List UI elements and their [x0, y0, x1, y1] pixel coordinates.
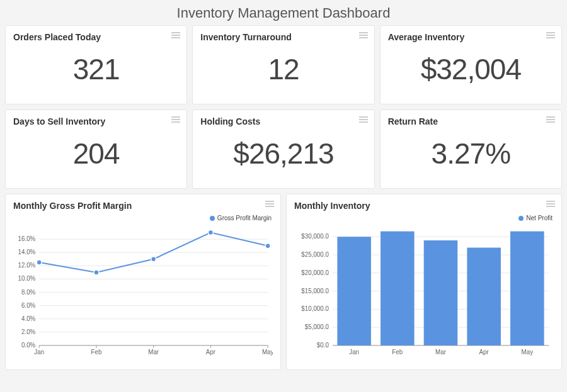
- kpi-label: Average Inventory: [388, 32, 554, 42]
- svg-text:Apr: Apr: [479, 349, 490, 356]
- chart-title: Monthly Gross Profit Margin: [13, 201, 273, 211]
- kpi-days-to-sell: Days to Sell Inventory 204: [5, 109, 187, 189]
- hamburger-icon[interactable]: [546, 32, 555, 38]
- svg-text:$25,000.0: $25,000.0: [301, 251, 329, 258]
- hamburger-icon[interactable]: [359, 32, 368, 38]
- svg-point-30: [94, 270, 99, 275]
- page-title: Inventory Management Dashboard: [0, 0, 567, 25]
- bar-chart: $0.0$5,000.0$10,000.0$15,000.0$20,000.0$…: [294, 213, 554, 358]
- svg-text:6.0%: 6.0%: [21, 302, 36, 309]
- svg-point-33: [265, 244, 270, 249]
- svg-text:4.0%: 4.0%: [21, 315, 36, 322]
- svg-rect-51: [381, 232, 415, 345]
- svg-text:10.0%: 10.0%: [18, 275, 36, 282]
- kpi-label: Inventory Turnaround: [200, 32, 366, 42]
- kpi-value: $32,004: [388, 46, 554, 98]
- svg-point-31: [151, 257, 156, 262]
- hamburger-icon[interactable]: [171, 32, 180, 38]
- svg-text:Mar: Mar: [148, 349, 159, 356]
- kpi-value: 12: [200, 46, 366, 98]
- kpi-value: 3.27%: [388, 130, 554, 182]
- svg-text:0.0%: 0.0%: [21, 342, 36, 349]
- svg-text:2.0%: 2.0%: [21, 328, 36, 335]
- hamburger-icon[interactable]: [546, 201, 555, 207]
- kpi-label: Days to Sell Inventory: [13, 116, 179, 126]
- kpi-label: Holding Costs: [200, 116, 366, 126]
- kpi-label: Orders Placed Today: [13, 32, 179, 42]
- line-chart-card: Monthly Gross Profit Margin Gross Profit…: [5, 194, 281, 370]
- kpi-value: 204: [13, 130, 179, 182]
- svg-text:Feb: Feb: [392, 349, 403, 356]
- hamburger-icon[interactable]: [359, 116, 368, 123]
- svg-text:$30,000.0: $30,000.0: [301, 233, 329, 240]
- svg-rect-53: [424, 240, 458, 345]
- svg-text:Jan: Jan: [349, 349, 359, 356]
- hamburger-icon[interactable]: [265, 201, 274, 207]
- svg-text:May: May: [262, 349, 273, 356]
- kpi-holding-costs: Holding Costs $26,213: [192, 109, 374, 189]
- kpi-label: Return Rate: [388, 116, 554, 126]
- svg-rect-55: [467, 248, 501, 345]
- svg-rect-49: [337, 237, 371, 345]
- hamburger-icon[interactable]: [546, 116, 555, 123]
- svg-text:Feb: Feb: [91, 349, 101, 356]
- kpi-inventory-turnaround: Inventory Turnaround 12: [192, 25, 374, 104]
- kpi-value: 321: [13, 46, 179, 98]
- kpi-return-rate: Return Rate 3.27%: [380, 109, 562, 189]
- svg-text:Apr: Apr: [206, 349, 216, 356]
- svg-text:$15,000.0: $15,000.0: [301, 288, 329, 294]
- svg-text:$10,000.0: $10,000.0: [301, 305, 329, 312]
- kpi-grid: Orders Placed Today 321 Inventory Turnar…: [0, 25, 567, 189]
- svg-text:14.0%: 14.0%: [18, 249, 36, 255]
- svg-text:12.0%: 12.0%: [18, 262, 36, 269]
- svg-text:Mar: Mar: [435, 349, 447, 356]
- chart-title: Monthly Inventory: [294, 201, 554, 211]
- svg-text:$20,000.0: $20,000.0: [301, 269, 329, 276]
- kpi-orders-placed-today: Orders Placed Today 321: [5, 25, 187, 104]
- svg-point-32: [208, 230, 213, 235]
- line-chart: 0.0%2.0%4.0%6.0%8.0%10.0%12.0%14.0%16.0%…: [13, 213, 273, 358]
- svg-point-29: [37, 260, 42, 265]
- kpi-value: $26,213: [200, 130, 366, 182]
- svg-text:8.0%: 8.0%: [21, 288, 36, 295]
- bar-chart-card: Monthly Inventory Net Profit $0.0$5,000.…: [286, 194, 562, 370]
- svg-text:Jan: Jan: [34, 349, 44, 356]
- svg-text:May: May: [522, 349, 534, 356]
- svg-rect-57: [510, 232, 544, 345]
- chart-row: Monthly Gross Profit Margin Gross Profit…: [0, 189, 567, 375]
- svg-text:$5,000.0: $5,000.0: [305, 323, 329, 330]
- kpi-average-inventory: Average Inventory $32,004: [380, 25, 562, 104]
- hamburger-icon[interactable]: [171, 116, 180, 123]
- svg-text:$0.0: $0.0: [317, 342, 329, 349]
- svg-text:16.0%: 16.0%: [18, 235, 36, 242]
